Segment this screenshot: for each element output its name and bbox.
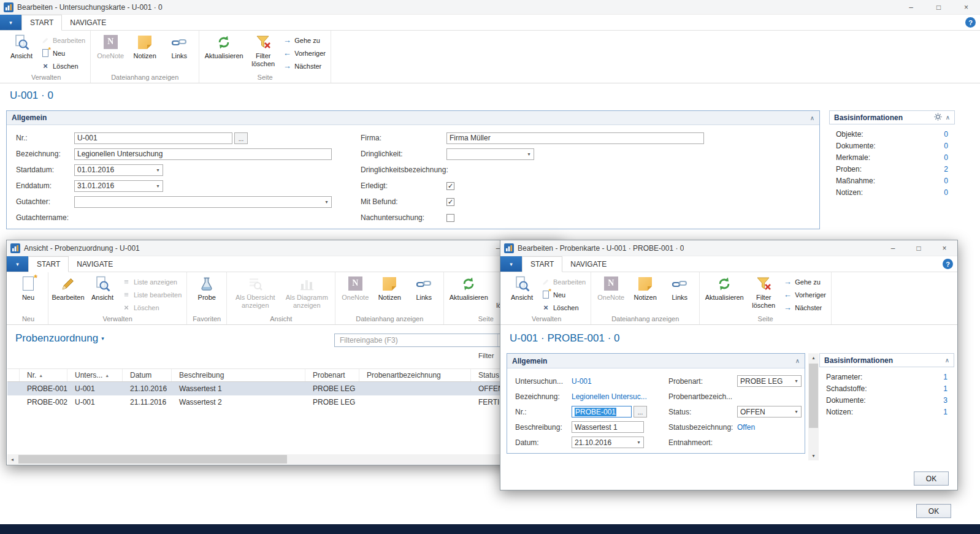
ok-button[interactable]: OK	[916, 504, 951, 518]
assist-edit-button[interactable]: ...	[234, 132, 248, 144]
mit-befund-checkbox[interactable]: ✓	[446, 198, 454, 206]
chevron-down-icon[interactable]: ▾	[322, 197, 331, 207]
app-menu-button[interactable]: ▾	[500, 256, 522, 272]
loeschen-button[interactable]: × Löschen	[542, 302, 586, 313]
column-header-probenartbezeichnung[interactable]: Probenartbezeichnung	[359, 369, 471, 381]
ansicht-button[interactable]: Ansicht	[85, 274, 120, 302]
cell-probenart[interactable]: PROBE LEG	[305, 384, 359, 393]
factbox-item-value[interactable]: 1	[943, 408, 947, 416]
cell-datum[interactable]: 21.11.2016	[123, 398, 172, 406]
tab-start[interactable]: START	[21, 15, 62, 31]
tab-start[interactable]: START	[522, 256, 562, 272]
gehe-zu-button[interactable]: → Gehe zu	[783, 276, 826, 288]
close-button[interactable]: ×	[932, 240, 957, 256]
assist-edit-button[interactable]: ...	[634, 406, 647, 418]
horizontal-scrollbar[interactable]: ◂	[7, 454, 562, 464]
close-button[interactable]: ×	[952, 0, 980, 14]
scroll-left-icon[interactable]: ◂	[7, 454, 17, 464]
chevron-down-icon[interactable]: ▾	[792, 406, 801, 417]
scroll-down-icon[interactable]: ▾	[808, 451, 819, 460]
bezeichnung-input[interactable]: Legionellen Untersuchung	[74, 148, 332, 160]
bearbeiten-button[interactable]: Bearbeiten	[51, 274, 85, 302]
factbox-item-value[interactable]: 1	[943, 384, 947, 393]
minimize-button[interactable]: –	[897, 0, 925, 14]
maximize-button[interactable]: □	[925, 0, 952, 14]
aktualisieren-button[interactable]: Aktualisieren	[446, 274, 491, 302]
scrollbar-thumb[interactable]	[18, 455, 287, 463]
startdatum-select[interactable]: 01.01.2016 ▾	[74, 164, 163, 176]
notizen-button[interactable]: Notizen	[128, 32, 162, 61]
statusbezeichnung-link[interactable]: Offen	[737, 423, 755, 432]
tab-navigate[interactable]: NAVIGATE	[562, 256, 614, 272]
links-button[interactable]: Links	[407, 274, 441, 302]
loeschen-button[interactable]: × Löschen	[41, 60, 85, 72]
aktualisieren-button[interactable]: Aktualisieren	[202, 32, 246, 61]
table-row[interactable]: PROBE-001 U-001 21.10.2016 Wassertest 1 …	[7, 382, 562, 395]
filter-loeschen-button[interactable]: Filter löschen	[746, 274, 781, 310]
ansicht-button[interactable]: Ansicht	[4, 32, 39, 61]
tab-navigate[interactable]: NAVIGATE	[62, 15, 114, 30]
setup-icon[interactable]	[934, 113, 942, 123]
factbox-item-value[interactable]: 1	[943, 373, 947, 381]
neu-button[interactable]: * Neu	[11, 274, 45, 302]
scrollbar-thumb[interactable]	[809, 364, 818, 428]
untersuchung-link[interactable]: U-001	[572, 377, 592, 386]
links-button[interactable]: Links	[162, 32, 196, 61]
neu-button[interactable]: * Neu	[542, 289, 586, 300]
factbox-item-value[interactable]: 0	[944, 188, 948, 197]
app-menu-button[interactable]: ▾	[7, 256, 28, 272]
fasttab-header[interactable]: Allgemein ∧	[507, 354, 805, 368]
caption-caret-icon[interactable]: ▾	[101, 335, 104, 341]
enddatum-select[interactable]: 31.01.2016 ▾	[74, 180, 163, 192]
cell-beschreibung[interactable]: Wassertest 2	[172, 398, 305, 406]
cell-probenart[interactable]: PROBE LEG	[305, 398, 359, 406]
vertical-scrollbar[interactable]: ▴ ▾	[808, 353, 819, 460]
chevron-down-icon[interactable]: ▾	[792, 376, 801, 386]
cell-untersuchung[interactable]: U-001	[67, 398, 123, 406]
firma-input[interactable]: Firma Müller	[446, 132, 704, 144]
maximize-button[interactable]: □	[906, 240, 932, 256]
collapse-icon[interactable]: ∧	[795, 357, 800, 364]
nr-input[interactable]: PROBE-001	[572, 406, 632, 418]
neu-button[interactable]: * Neu	[41, 47, 85, 59]
bezeichnung-link[interactable]: Legionellen Untersuc...	[572, 392, 647, 401]
naechster-button[interactable]: → Nächster	[783, 302, 826, 313]
chevron-down-icon[interactable]: ▾	[153, 181, 163, 191]
cell-beschreibung[interactable]: Wassertest 1	[172, 384, 305, 393]
help-icon[interactable]: ?	[943, 259, 953, 269]
cell-datum[interactable]: 21.10.2016	[123, 384, 172, 393]
column-header-nr[interactable]: Nr.▲	[20, 369, 67, 381]
nachuntersuchung-checkbox[interactable]	[446, 214, 454, 222]
factbox-item-value[interactable]: 3	[943, 396, 947, 405]
ansicht-button[interactable]: Ansicht	[505, 274, 539, 302]
datum-select[interactable]: 21.10.2016 ▾	[572, 437, 644, 448]
chevron-down-icon[interactable]: ▾	[524, 149, 534, 159]
beschreibung-input[interactable]: Wassertest 1	[572, 421, 644, 433]
collapse-icon[interactable]: ∧	[810, 115, 814, 121]
factbox-item-value[interactable]: 2	[944, 165, 948, 174]
collapse-icon[interactable]: ∧	[946, 114, 950, 121]
fasttab-header[interactable]: Allgemein ∧	[7, 111, 819, 125]
links-button[interactable]: Links	[662, 274, 697, 302]
status-select[interactable]: OFFEN ▾	[737, 406, 802, 418]
probe-button[interactable]: Probe	[189, 274, 224, 302]
filter-loeschen-button[interactable]: Filter löschen	[246, 32, 280, 68]
notizen-button[interactable]: Notizen	[628, 274, 662, 302]
scroll-up-icon[interactable]: ▴	[808, 353, 819, 362]
app-menu-button[interactable]: ▾	[0, 15, 21, 30]
factbox-item-value[interactable]: 0	[944, 142, 948, 150]
tab-start[interactable]: START	[28, 256, 69, 272]
factbox-header[interactable]: Basisinformationen ∧	[829, 110, 955, 124]
cell-untersuchung[interactable]: U-001	[67, 384, 123, 393]
ok-button[interactable]: OK	[914, 471, 949, 486]
dringlichkeit-select[interactable]: ▾	[446, 148, 534, 160]
column-header-untersuchung[interactable]: Unters...▲	[67, 369, 123, 381]
naechster-button[interactable]: → Nächster	[283, 60, 326, 72]
filter-input[interactable]: Filtereingabe (F3)	[335, 336, 497, 345]
column-header-datum[interactable]: Datum	[123, 369, 172, 381]
factbox-item-value[interactable]: 0	[944, 130, 948, 139]
probenart-select[interactable]: PROBE LEG ▾	[737, 375, 802, 387]
column-header-beschreibung[interactable]: Beschreibung	[172, 369, 305, 381]
column-header-probenart[interactable]: Probenart	[305, 369, 359, 381]
factbox-item-value[interactable]: 0	[944, 177, 948, 185]
